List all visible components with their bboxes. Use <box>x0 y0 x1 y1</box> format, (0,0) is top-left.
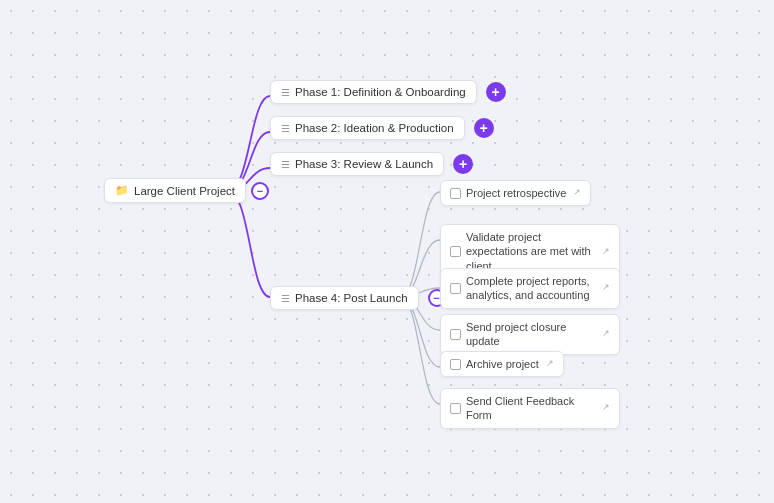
phase-3-label: Phase 3: Review & Launch <box>295 158 433 170</box>
task-6-label: Send Client Feedback Form <box>466 394 595 423</box>
task-1-checkbox[interactable] <box>450 188 461 199</box>
task-5-node[interactable]: Archive project ↗ <box>440 351 564 377</box>
phase-icon: ☰ <box>281 293 290 304</box>
task-1-expand-icon[interactable]: ↗ <box>573 187 581 199</box>
task-5-checkbox[interactable] <box>450 359 461 370</box>
phase-2-add-btn[interactable]: + <box>474 118 494 138</box>
task-6-checkbox[interactable] <box>450 403 461 414</box>
task-2-label: Validate project expectations are met wi… <box>466 230 595 273</box>
task-5-box: Archive project ↗ <box>440 351 564 377</box>
phase-3-box: ☰ Phase 3: Review & Launch <box>270 152 444 176</box>
task-4-box: Send project closure update ↗ <box>440 314 620 355</box>
phase-1-add-btn[interactable]: + <box>486 82 506 102</box>
task-1-box: Project retrospective ↗ <box>440 180 591 206</box>
task-4-label: Send project closure update <box>466 320 595 349</box>
task-3-label: Complete project reports, analytics, and… <box>466 274 595 303</box>
task-3-box: Complete project reports, analytics, and… <box>440 268 620 309</box>
task-1-label: Project retrospective <box>466 186 566 200</box>
phase-4-label: Phase 4: Post Launch <box>295 292 408 304</box>
task-4-checkbox[interactable] <box>450 329 461 340</box>
phase-icon: ☰ <box>281 123 290 134</box>
phase-1-node[interactable]: ☰ Phase 1: Definition & Onboarding + <box>270 80 506 104</box>
phase-1-box: ☰ Phase 1: Definition & Onboarding <box>270 80 477 104</box>
phase-icon: ☰ <box>281 87 290 98</box>
phase-3-add-btn[interactable]: + <box>453 154 473 174</box>
root-node-box: 📁 Large Client Project <box>104 178 246 203</box>
root-node[interactable]: 📁 Large Client Project − <box>104 178 269 203</box>
task-3-checkbox[interactable] <box>450 283 461 294</box>
phase-1-label: Phase 1: Definition & Onboarding <box>295 86 466 98</box>
root-collapse-btn[interactable]: − <box>251 182 269 200</box>
task-3-expand-icon[interactable]: ↗ <box>602 282 610 294</box>
phase-2-node[interactable]: ☰ Phase 2: Ideation & Production + <box>270 116 494 140</box>
task-6-expand-icon[interactable]: ↗ <box>602 402 610 414</box>
task-2-checkbox[interactable] <box>450 246 461 257</box>
phase-icon: ☰ <box>281 159 290 170</box>
task-2-expand-icon[interactable]: ↗ <box>602 246 610 258</box>
task-5-label: Archive project <box>466 357 539 371</box>
task-6-box: Send Client Feedback Form ↗ <box>440 388 620 429</box>
task-4-node[interactable]: Send project closure update ↗ <box>440 314 620 355</box>
folder-icon: 📁 <box>115 184 129 197</box>
phase-2-label: Phase 2: Ideation & Production <box>295 122 454 134</box>
task-6-node[interactable]: Send Client Feedback Form ↗ <box>440 388 620 429</box>
task-1-node[interactable]: Project retrospective ↗ <box>440 180 591 206</box>
task-5-expand-icon[interactable]: ↗ <box>546 358 554 370</box>
phase-3-node[interactable]: ☰ Phase 3: Review & Launch + <box>270 152 473 176</box>
root-label: Large Client Project <box>134 185 235 197</box>
phase-4-box: ☰ Phase 4: Post Launch <box>270 286 419 310</box>
phase-2-box: ☰ Phase 2: Ideation & Production <box>270 116 465 140</box>
task-4-expand-icon[interactable]: ↗ <box>602 328 610 340</box>
task-3-node[interactable]: Complete project reports, analytics, and… <box>440 268 620 309</box>
phase-4-node[interactable]: ☰ Phase 4: Post Launch − <box>270 286 446 310</box>
